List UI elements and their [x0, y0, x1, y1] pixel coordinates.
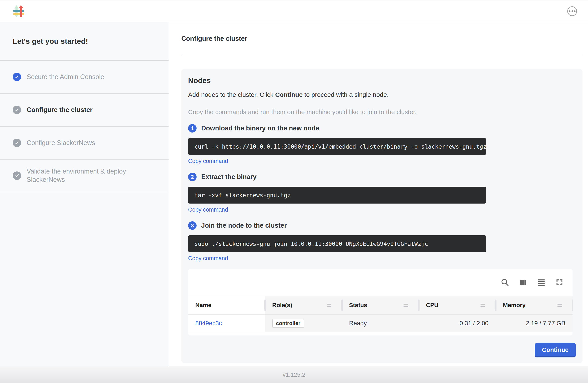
- step-title: Join the node to the cluster: [201, 222, 287, 229]
- column-header-roles[interactable]: Role(s): [265, 296, 342, 314]
- top-bar: [0, 0, 588, 22]
- step-number-badge: 3: [188, 221, 197, 230]
- sidebar-item-secure-admin-console: Secure the Admin Console: [0, 60, 169, 93]
- step-3-header: 3 Join the node to the cluster: [188, 221, 576, 230]
- node-name-cell: 8849ec3c: [188, 314, 265, 332]
- columns-icon[interactable]: [519, 278, 528, 287]
- page-title: Configure the cluster: [181, 35, 583, 43]
- sidebar-item-configure-cluster: Configure the cluster: [0, 93, 169, 126]
- role-badge: controller: [272, 319, 304, 328]
- node-roles-cell: controller: [265, 314, 342, 332]
- sidebar-item-label: Configure the cluster: [27, 106, 93, 114]
- search-icon[interactable]: [500, 278, 510, 287]
- nodes-intro: Add nodes to the cluster. Click Continue…: [188, 91, 576, 98]
- step-2-header: 2 Extract the binary: [188, 173, 576, 181]
- column-header-name[interactable]: Name: [188, 296, 265, 314]
- column-separator[interactable]: [418, 299, 420, 311]
- column-separator[interactable]: [495, 299, 497, 311]
- density-icon[interactable]: [537, 278, 546, 287]
- sidebar-item-validate-deploy: Validate the environment & deploy Slacke…: [0, 159, 169, 192]
- node-cpu-cell: 0.31 / 2.00: [419, 314, 496, 332]
- check-pending-icon: [13, 106, 21, 114]
- nodes-heading: Nodes: [188, 76, 576, 85]
- step-1-header: 1 Download the binary on the new node: [188, 124, 576, 132]
- column-header-status[interactable]: Status: [342, 296, 419, 314]
- join-instructions-note: Copy the commands and run them on the ma…: [188, 108, 576, 116]
- column-separator[interactable]: [572, 299, 573, 311]
- column-menu-icon[interactable]: [481, 304, 488, 307]
- column-separator[interactable]: [341, 299, 343, 311]
- sidebar-item-configure-slackernews: Configure SlackerNews: [0, 126, 169, 159]
- page-footer: v1.125.2: [0, 366, 588, 383]
- step-title: Extract the binary: [201, 173, 257, 181]
- column-header-memory[interactable]: Memory: [496, 296, 573, 314]
- step-3-command-code: sudo ./slackernews-gnu join 10.0.0.11:30…: [188, 235, 486, 252]
- column-menu-icon[interactable]: [327, 304, 335, 307]
- card-actions: Continue: [188, 343, 576, 357]
- admin-console-page: Let's get you started! Secure the Admin …: [0, 0, 588, 383]
- column-header-cpu[interactable]: CPU: [419, 296, 496, 314]
- more-options-button[interactable]: [567, 6, 577, 16]
- check-pending-icon: [13, 171, 21, 180]
- slackernews-logo-icon: [13, 5, 24, 18]
- continue-button[interactable]: Continue: [535, 343, 576, 357]
- step-number-badge: 2: [188, 173, 197, 181]
- node-memory-cell: 2.19 / 7.77 GB: [496, 314, 573, 332]
- step-2-command-code: tar -xvf slackernews-gnu.tgz: [188, 187, 486, 204]
- nodes-card: Nodes Add nodes to the cluster. Click Co…: [181, 69, 583, 363]
- copy-command-link[interactable]: Copy command: [188, 207, 228, 213]
- check-complete-icon: [13, 73, 21, 81]
- step-title: Download the binary on the new node: [201, 125, 319, 132]
- node-name-link[interactable]: 8849ec3c: [195, 320, 222, 327]
- column-menu-icon[interactable]: [403, 304, 412, 307]
- copy-command-link[interactable]: Copy command: [188, 158, 228, 164]
- nodes-table: Name Role(s) Status: [188, 269, 573, 336]
- version-label: v1.125.2: [283, 371, 305, 378]
- setup-progress-sidebar: Let's get you started! Secure the Admin …: [0, 22, 169, 366]
- table-header-row: Name Role(s) Status: [188, 296, 573, 314]
- column-menu-icon[interactable]: [557, 304, 565, 307]
- table-footer-spacer: [188, 332, 573, 336]
- sidebar-item-label: Validate the environment & deploy Slacke…: [27, 167, 143, 184]
- copy-command-link[interactable]: Copy command: [188, 255, 228, 261]
- ellipsis-icon: [569, 10, 570, 12]
- column-separator[interactable]: [264, 299, 266, 311]
- table-row: 8849ec3c controller Ready 0.31 / 2.00 2.…: [188, 314, 573, 332]
- main-content: Configure the cluster Nodes Add nodes to…: [169, 22, 588, 366]
- title-divider: [181, 55, 583, 55]
- sidebar-item-label: Secure the Admin Console: [27, 73, 104, 81]
- node-status-cell: Ready: [342, 314, 419, 332]
- sidebar-title: Let's get you started!: [0, 22, 169, 60]
- step-1-command-code: curl -k https://10.0.0.11:30000/api/v1/e…: [188, 138, 486, 155]
- sidebar-item-label: Configure SlackerNews: [27, 139, 95, 147]
- check-pending-icon: [13, 139, 21, 147]
- step-number-badge: 1: [188, 124, 197, 132]
- table-toolbar: [188, 269, 573, 296]
- fullscreen-icon[interactable]: [555, 278, 564, 287]
